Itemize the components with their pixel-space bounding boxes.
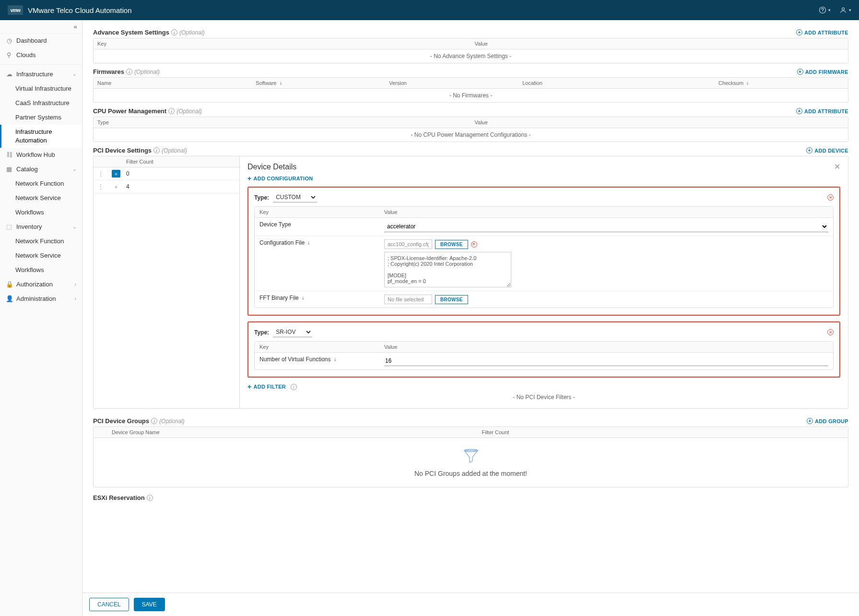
- cloud-icon: ☁: [6, 70, 12, 79]
- sidebar-item-infra-automation[interactable]: Infrastructure Automation: [0, 125, 82, 148]
- box-icon: ⬚: [6, 223, 12, 231]
- save-button[interactable]: SAVE: [134, 598, 165, 611]
- info-icon[interactable]: i: [168, 108, 175, 114]
- pin-icon: ⚲: [6, 51, 12, 59]
- col-key: Key: [94, 38, 471, 49]
- thermometer-icon: 🌡: [279, 81, 283, 86]
- sidebar-item-label: Catalog: [16, 165, 38, 174]
- drag-handle-icon[interactable]: ⋮: [94, 181, 108, 192]
- sidebar-item-virtual-infra[interactable]: Virtual Infrastructure: [0, 82, 82, 96]
- pci-device-row[interactable]: ⋮ « 0: [94, 167, 239, 180]
- plus-icon: +: [796, 108, 802, 114]
- add-attribute-button[interactable]: + ADD ATTRIBUTE: [796, 29, 848, 36]
- info-icon[interactable]: i: [153, 147, 160, 154]
- section-title-pci: PCI Device Settings i (Optional): [93, 147, 187, 154]
- user-icon: 👤: [6, 295, 12, 303]
- help-icon[interactable]: ▾: [819, 6, 831, 14]
- add-firmware-button[interactable]: + ADD FIRMWARE: [797, 69, 848, 75]
- info-icon[interactable]: i: [151, 418, 157, 424]
- pci-device-row[interactable]: ⋮ » 4: [94, 180, 239, 193]
- firmwares-table: Name Software🌡 Version Location Checksum…: [93, 77, 848, 103]
- device-type-select[interactable]: accelerator: [384, 221, 828, 232]
- sidebar-item-partner-systems[interactable]: Partner Systems: [0, 110, 82, 125]
- chevron-down-icon: ⌄: [72, 165, 76, 174]
- funnel-icon: [462, 448, 480, 465]
- type-select[interactable]: CUSTOM: [273, 192, 317, 202]
- expand-icon[interactable]: »: [112, 183, 120, 190]
- sidebar-item-inv-nf[interactable]: Network Function: [0, 234, 82, 249]
- section-title-cpu-power: CPU Power Management i (Optional): [93, 107, 202, 115]
- remove-config-icon[interactable]: ✕: [827, 194, 834, 201]
- sidebar-item-inv-ns[interactable]: Network Service: [0, 249, 82, 263]
- sidebar-item-dashboard[interactable]: ◷ Dashboard: [0, 34, 82, 48]
- sidebar-item-label: Clouds: [16, 51, 35, 59]
- add-cpu-attr-button[interactable]: + ADD ATTRIBUTE: [796, 108, 848, 114]
- type-select[interactable]: SR-IOV: [273, 327, 312, 337]
- close-icon[interactable]: ✕: [834, 162, 840, 171]
- sidebar-item-label: Administration: [16, 295, 56, 303]
- sidebar-item-label: Inventory: [16, 223, 42, 231]
- sidebar-item-infrastructure[interactable]: ☁ Infrastructure ⌄: [0, 67, 82, 82]
- col-key: Key: [255, 342, 379, 352]
- info-icon[interactable]: i: [126, 69, 132, 75]
- section-title-firmwares: Firmwares i (Optional): [93, 68, 160, 75]
- app-header: vmw VMware Telco Cloud Automation ▾ ▾: [0, 0, 859, 20]
- section-title-esxi: ESXi Reservation i: [93, 494, 153, 501]
- footer: CANCEL SAVE: [82, 592, 859, 616]
- fft-binary-input[interactable]: [384, 295, 432, 304]
- sidebar-item-clouds[interactable]: ⚲ Clouds: [0, 48, 82, 62]
- remove-file-icon[interactable]: ✕: [471, 241, 477, 248]
- info-icon[interactable]: i: [171, 29, 177, 36]
- remove-config-icon[interactable]: ✕: [827, 329, 834, 335]
- device-details-title: Device Details: [247, 163, 296, 171]
- user-menu-icon[interactable]: ▾: [839, 6, 851, 14]
- browse-button[interactable]: BROWSE: [435, 295, 468, 304]
- pci-row-count: 0: [122, 168, 239, 179]
- col-value: Value: [379, 342, 833, 352]
- sidebar-item-label: Dashboard: [16, 36, 47, 45]
- chevron-right-icon: ›: [75, 295, 76, 303]
- pci-filters-empty: - No PCI Device Filters -: [247, 392, 840, 403]
- config-file-input[interactable]: [384, 239, 432, 249]
- info-icon[interactable]: i: [291, 384, 297, 390]
- lock-icon: 🔒: [6, 280, 12, 289]
- add-group-button[interactable]: + ADD GROUP: [807, 418, 848, 424]
- add-filter-button[interactable]: + ADD FILTER: [247, 383, 286, 390]
- type-label: Type:: [254, 194, 269, 201]
- chevron-right-icon: ›: [75, 280, 76, 289]
- collapse-icon[interactable]: «: [112, 170, 120, 178]
- num-vf-input[interactable]: [384, 356, 828, 366]
- plus-icon: +: [247, 175, 251, 182]
- cpu-power-empty: - No CPU Power Management Configurations…: [94, 128, 848, 142]
- sidebar-item-catalog-wf[interactable]: Workflows: [0, 205, 82, 220]
- thermometer-icon: 🌡: [306, 240, 311, 246]
- cancel-button[interactable]: CANCEL: [89, 598, 129, 611]
- sidebar-item-catalog[interactable]: ▦ Catalog ⌄: [0, 162, 82, 177]
- browse-button[interactable]: BROWSE: [435, 240, 468, 249]
- add-configuration-button[interactable]: + ADD CONFIGURATION: [247, 175, 840, 182]
- plus-icon: +: [247, 383, 251, 390]
- info-icon[interactable]: i: [147, 495, 153, 501]
- col-name: Name: [94, 78, 252, 88]
- plus-icon: +: [796, 29, 802, 36]
- sidebar-item-workflow-hub[interactable]: ⛓ Workflow Hub: [0, 148, 82, 162]
- plus-icon: +: [797, 69, 803, 75]
- plus-icon: +: [806, 147, 812, 154]
- sidebar-item-caas-infra[interactable]: CaaS Infrastructure: [0, 96, 82, 110]
- sidebar-item-catalog-nf[interactable]: Network Function: [0, 177, 82, 191]
- col-type: Type: [94, 117, 471, 128]
- sidebar-item-authorization[interactable]: 🔒 Authorization ›: [0, 277, 82, 292]
- sidebar-item-inventory[interactable]: ⬚ Inventory ⌄: [0, 220, 82, 234]
- sidebar-collapse-icon[interactable]: «: [0, 20, 82, 34]
- config-file-content[interactable]: ; SPDX-License-Identifier: Apache-2.0 ; …: [384, 252, 511, 287]
- col-location: Location: [518, 78, 715, 88]
- add-device-button[interactable]: + ADD DEVICE: [806, 147, 848, 154]
- sidebar-item-administration[interactable]: 👤 Administration ›: [0, 292, 82, 306]
- kv-key-device-type: Device Type: [255, 218, 379, 231]
- drag-handle-icon[interactable]: ⋮: [94, 168, 108, 179]
- sidebar-item-label: Infrastructure: [16, 70, 53, 79]
- sidebar-item-catalog-ns[interactable]: Network Service: [0, 191, 82, 205]
- sidebar-item-inv-wf[interactable]: Workflows: [0, 263, 82, 277]
- app-title: VMware Telco Cloud Automation: [28, 6, 132, 14]
- col-software: Software🌡: [252, 78, 385, 88]
